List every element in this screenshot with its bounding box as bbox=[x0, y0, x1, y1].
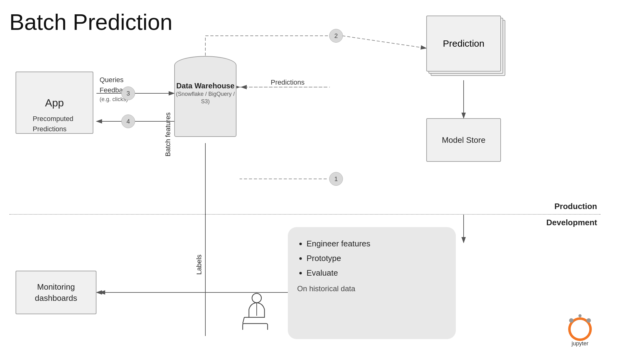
dev-bullet-list: Engineer features Prototype Evaluate bbox=[306, 236, 447, 280]
data-warehouse: Data Warehouse (Snowflake / BigQuery / S… bbox=[174, 56, 236, 137]
paper-front: Prediction bbox=[426, 16, 501, 72]
monitoring-box: Monitoringdashboards bbox=[16, 271, 96, 314]
jupyter-logo: jupyter bbox=[564, 311, 596, 347]
badge-1: 1 bbox=[329, 172, 343, 186]
monitoring-label: Monitoringdashboards bbox=[35, 281, 77, 304]
precomputed-label: Precomputed Predictions bbox=[33, 114, 73, 134]
svg-point-25 bbox=[569, 318, 573, 323]
batch-features-label: Batch features bbox=[164, 112, 172, 156]
svg-rect-19 bbox=[243, 324, 268, 330]
model-store-label: Model Store bbox=[442, 135, 485, 145]
development-label: Development bbox=[546, 218, 597, 227]
app-label: App bbox=[45, 97, 64, 109]
predictions-arrow-label: Predictions bbox=[271, 78, 305, 86]
svg-line-6 bbox=[342, 36, 426, 48]
dev-box: Engineer features Prototype Evaluate On … bbox=[288, 227, 456, 339]
svg-point-24 bbox=[571, 320, 589, 338]
svg-line-18 bbox=[243, 317, 244, 324]
svg-point-26 bbox=[587, 318, 591, 323]
badge-2: 2 bbox=[329, 29, 343, 43]
cylinder-label: Data Warehouse (Snowflake / BigQuery / S… bbox=[174, 81, 236, 105]
production-label: Production bbox=[554, 202, 597, 211]
svg-point-16 bbox=[252, 293, 261, 303]
svg-point-27 bbox=[578, 314, 582, 317]
badge-4: 4 bbox=[121, 114, 135, 128]
person-cart-icon bbox=[240, 292, 274, 331]
page-title: Batch Prediction bbox=[9, 9, 172, 35]
labels-text: Labels bbox=[195, 254, 203, 275]
production-development-divider bbox=[9, 214, 601, 215]
badge-3: 3 bbox=[121, 86, 135, 100]
model-store-box: Model Store bbox=[426, 118, 501, 162]
on-historical-label: On historical data bbox=[297, 284, 447, 293]
